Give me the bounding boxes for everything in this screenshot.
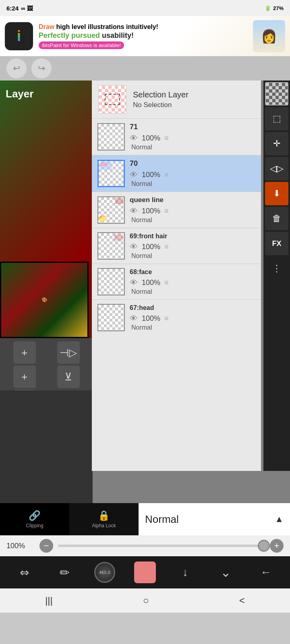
opacity-plus-button[interactable]: + (270, 539, 284, 553)
eye-icon-67[interactable]: 👁 (130, 314, 138, 323)
color-swatch[interactable] (134, 561, 156, 583)
layer-name-71: 71 (130, 123, 154, 131)
add-layer-button[interactable]: + (13, 341, 36, 364)
transform-icon: ✛ (273, 138, 280, 149)
drag-handle-queen[interactable]: ≡ (164, 207, 169, 215)
nav-back-icon: < (239, 595, 245, 606)
battery-icon: 🔋 (265, 5, 271, 11)
layer-name-68: 68:face (130, 268, 154, 276)
layer-thumb-70 (97, 160, 125, 187)
layer-info-queen: queen line 👁 100% ≡ Normal (130, 196, 255, 224)
layer-row-70[interactable]: 70 👁 100% ≡ Normal (92, 155, 261, 192)
fx-button[interactable]: FX (265, 232, 288, 255)
checker-pattern-button[interactable] (265, 82, 288, 105)
opacity-slider-fill (58, 545, 255, 547)
select-layer-button[interactable]: ⬚ (265, 107, 288, 130)
nav-back-button[interactable]: < (230, 592, 255, 609)
chevron-down-icon: ⌄ (220, 565, 231, 580)
layer-info-69: 69:front hair 👁 100% ≡ Normal (130, 233, 255, 260)
eye-icon-68[interactable]: 👁 (130, 278, 138, 287)
undo-icon: ↩ (13, 63, 20, 74)
drag-handle-70[interactable]: ≡ (164, 171, 169, 179)
layer-info-71: 71 👁 100% ≡ Normal (130, 123, 255, 151)
ad-banner[interactable]: i Draw high level illustrations intuitiv… (0, 16, 290, 56)
layer-row-71[interactable]: 71 👁 100% ≡ Normal (92, 119, 261, 155)
drag-handle-71[interactable]: ≡ (164, 134, 169, 142)
redo-button[interactable]: ↪ (31, 58, 52, 78)
opacity-slider[interactable] (58, 545, 265, 547)
eye-icon-71[interactable]: 👁 (130, 134, 138, 143)
selection-dashed-rect (105, 94, 120, 105)
nav-home-icon: ○ (143, 595, 149, 606)
clipping-button[interactable]: 🔗 Clipping (0, 503, 69, 535)
layer-row-queen[interactable]: 📁 queen line 👁 100% ≡ Normal (92, 192, 261, 228)
layer-row-68[interactable]: 68:face 👁 100% ≡ Normal (92, 264, 261, 300)
nav-bar: ||| ○ < (0, 588, 290, 613)
blend-mode-text: Normal (145, 513, 179, 526)
flip-layer-button[interactable]: ⊣▷ (57, 341, 80, 364)
nav-menu-button[interactable]: ||| (35, 592, 62, 609)
brush-size-circle[interactable]: 465.0 (94, 562, 115, 583)
back-tool[interactable]: ← (252, 558, 280, 586)
drag-handle-69[interactable]: ≡ (164, 243, 169, 251)
eye-icon-70[interactable]: 👁 (130, 170, 138, 180)
merge-down-button[interactable]: ⬇ (265, 182, 288, 205)
undo-redo-row: ↩ ↪ (0, 56, 290, 80)
layer-thumb-68 (97, 268, 125, 295)
fx-label: FX (272, 239, 281, 248)
alpha-lock-icon: 🔒 (98, 510, 110, 521)
layer-panel-title: Layer (6, 88, 33, 100)
selection-layer-sub: No Selection (133, 101, 255, 109)
flip-icon: ⊣▷ (60, 347, 77, 359)
transform-button[interactable]: ✛ (265, 132, 288, 155)
blend-67: Normal (130, 324, 255, 331)
drag-handle-68[interactable]: ≡ (164, 279, 169, 287)
flatten-button[interactable]: ⊻ (57, 365, 80, 388)
down-arrow-icon: ↓ (182, 566, 188, 579)
opacity-slider-thumb[interactable] (258, 540, 270, 552)
layer-row-67[interactable]: 67:head 👁 100% ≡ Normal (92, 300, 261, 335)
opacity-minus-button[interactable]: − (39, 539, 53, 553)
color-swatch-tool[interactable] (131, 558, 159, 586)
brush-size-control[interactable]: 465.0 (91, 558, 119, 586)
down-arrow-tool[interactable]: ↓ (171, 558, 199, 586)
layer-info-68: 68:face 👁 100% ≡ Normal (130, 268, 255, 295)
ad-logo: i (5, 22, 33, 50)
selection-info: Selection Layer No Selection (133, 90, 255, 109)
opacity-70: 100% (142, 171, 160, 179)
layer-thumb-69 (97, 232, 125, 260)
ad-text: Draw high level illustrations intuitivel… (39, 23, 249, 49)
more-icon: ⋮ (272, 263, 282, 274)
blend-mode-button[interactable]: Normal ▲ (139, 503, 290, 535)
nav-menu-icon: ||| (45, 595, 53, 606)
layer-thumb-queen-container: 📁 (97, 196, 125, 224)
more-options-button[interactable]: ⋮ (265, 257, 288, 280)
delete-layer-button[interactable]: 🗑 (265, 207, 288, 230)
flip-button[interactable]: ◁▷ (265, 157, 288, 180)
chevron-down-tool[interactable]: ⌄ (211, 558, 240, 586)
brush-size-value: 465.0 (99, 570, 110, 575)
opacity-value: 100% (6, 542, 35, 550)
eye-icon-69[interactable]: 👁 (130, 242, 138, 252)
brush-tool[interactable]: ✏ (50, 558, 79, 586)
selection-tool[interactable]: ⇔ (10, 558, 38, 586)
ad-line1: Draw high level illustrations intuitivel… (39, 23, 249, 31)
ad-perfectly-word: Perfectly pursued (39, 31, 100, 39)
bottom-toolbar: 🔗 Clipping 🔒 Alpha Lock Normal ▲ (0, 503, 290, 535)
undo-button[interactable]: ↩ (6, 58, 27, 78)
blend-queen: Normal (130, 217, 255, 224)
alpha-lock-label: Alpha Lock (92, 523, 116, 528)
nav-home-button[interactable]: ○ (133, 592, 159, 609)
folder-icon: 📁 (98, 214, 107, 223)
eye-icon-queen[interactable]: 👁 (130, 206, 138, 216)
bottom-area (0, 390, 93, 503)
drag-handle-67[interactable]: ≡ (164, 314, 169, 323)
add-layer2-button[interactable]: + (13, 365, 36, 388)
selection-layer-row[interactable]: Selection Layer No Selection (92, 80, 261, 119)
alpha-lock-button[interactable]: 🔒 Alpha Lock (69, 503, 139, 535)
layer-row-69[interactable]: 69:front hair 👁 100% ≡ Normal (92, 228, 261, 264)
status-icons: ∞ 🖼 (21, 5, 33, 12)
layer-info-70: 70 👁 100% ≡ Normal (130, 159, 255, 188)
blend-mode-arrow: ▲ (275, 514, 284, 524)
ibis-logo-letter: i (17, 28, 21, 45)
